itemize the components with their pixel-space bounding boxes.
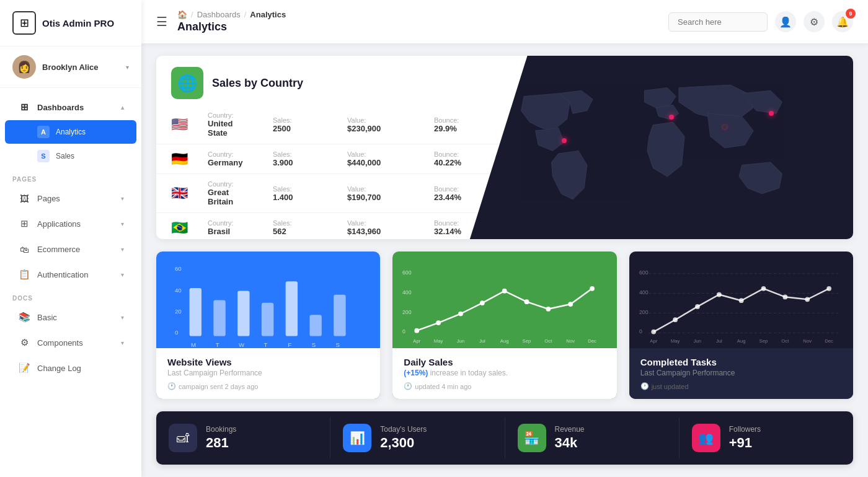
chevron-down-icon: ▾ <box>121 221 124 227</box>
menu-toggle-button[interactable]: ☰ <box>156 14 167 29</box>
avatar: 👩 <box>12 55 36 79</box>
chart-top: 600 400 200 0 <box>629 252 853 348</box>
app-name: Otis Admin PRO <box>42 18 114 28</box>
website-views-card: 60 40 20 0 <box>156 252 380 399</box>
sidebar-item-dashboards[interactable]: ⊞ Dashboards ▴ <box>5 95 136 120</box>
chart-subtitle: (+15%) increase in today sales. <box>404 369 605 377</box>
svg-point-26 <box>502 289 507 294</box>
svg-text:Dec: Dec <box>588 338 597 344</box>
sidebar-item-applications[interactable]: ⊞ Applications ▾ <box>5 211 136 236</box>
sidebar-item-ecommerce[interactable]: 🛍 Ecommerce ▾ <box>5 237 136 261</box>
user-profile-button[interactable]: 👤 <box>775 11 796 32</box>
bounce-value: 40.22% <box>434 158 495 167</box>
sidebar-item-label: Pages <box>37 194 121 203</box>
sidebar-item-basic[interactable]: 📚 Basic ▾ <box>5 305 136 330</box>
svg-point-25 <box>480 300 485 305</box>
svg-text:Nov: Nov <box>803 338 812 344</box>
sidebar-item-label: Basic <box>37 313 121 322</box>
sidebar-item-analytics[interactable]: A Analytics <box>5 120 136 144</box>
chart-title: Daily Sales <box>404 357 605 367</box>
world-map <box>470 56 853 239</box>
svg-point-55 <box>805 297 810 302</box>
logo-icon: ⊞ <box>12 11 36 35</box>
value-value: $440,000 <box>347 158 414 167</box>
svg-text:Apr: Apr <box>650 338 657 344</box>
notifications-button[interactable]: 🔔 9 <box>832 11 853 32</box>
svg-text:0: 0 <box>402 328 405 335</box>
bounce-value: 29.9% <box>434 124 495 133</box>
sales-label: Sales: <box>273 116 327 124</box>
breadcrumb-home[interactable]: 🏠 <box>177 10 187 19</box>
svg-text:May: May <box>670 338 680 344</box>
svg-text:Aug: Aug <box>500 338 509 344</box>
sidebar-item-label: Ecommerce <box>37 245 121 254</box>
chevron-down-icon: ▾ <box>121 195 124 202</box>
svg-point-56 <box>826 286 831 291</box>
sales-value: 2500 <box>273 124 327 133</box>
svg-text:Sep: Sep <box>523 338 531 344</box>
svg-text:20: 20 <box>175 308 182 315</box>
daily-sales-card: 600 400 200 0 <box>392 252 616 399</box>
chart-meta: 🕐 just updated <box>640 382 842 390</box>
svg-text:600: 600 <box>402 269 412 276</box>
svg-text:S: S <box>312 341 316 348</box>
svg-rect-5 <box>213 300 225 336</box>
svg-point-49 <box>673 317 678 322</box>
chevron-down-icon: ▾ <box>121 271 124 278</box>
value-value: $190,700 <box>347 193 414 202</box>
sidebar-item-label: Authentication <box>37 270 121 279</box>
value-label: Value: <box>347 185 414 193</box>
value-label: Value: <box>347 151 414 158</box>
flag-icon: 🇺🇸 <box>171 116 188 132</box>
chart-meta-text: campaign sent 2 days ago <box>179 383 258 390</box>
sales-letter: S <box>37 150 50 162</box>
sidebar-item-label: Analytics <box>56 128 124 136</box>
bounce-label: Bounce: <box>434 151 495 158</box>
chart-info: Daily Sales (+15%) increase in today sal… <box>392 348 616 399</box>
sidebar-item-label: Applications <box>37 219 121 229</box>
settings-button[interactable]: ⚙ <box>804 11 825 32</box>
svg-rect-6 <box>237 291 249 336</box>
sidebar-user[interactable]: 👩 Brooklyn Alice ▾ <box>0 46 141 88</box>
country-label: Country: <box>208 219 253 227</box>
auth-icon: 📋 <box>17 268 31 281</box>
sidebar-item-authentication[interactable]: 📋 Authentication ▾ <box>5 262 136 287</box>
svg-text:200: 200 <box>639 309 649 315</box>
stat-value: +91 <box>729 435 761 451</box>
svg-text:200: 200 <box>402 309 412 315</box>
svg-text:Oct: Oct <box>781 338 789 344</box>
flag-icon: 🇩🇪 <box>171 151 188 167</box>
svg-text:40: 40 <box>175 287 182 294</box>
svg-text:T: T <box>264 341 267 348</box>
value-value: $143,960 <box>347 227 414 236</box>
stat-value: 281 <box>206 435 236 451</box>
page-title: Analytics <box>177 20 668 33</box>
daily-sales-chart: 600 400 200 0 <box>402 261 606 348</box>
svg-point-53 <box>761 286 766 291</box>
search-input[interactable] <box>668 12 768 32</box>
stat-label: Today's Users <box>380 425 427 434</box>
sidebar-item-changelog[interactable]: 📝 Change Log <box>5 356 136 380</box>
svg-point-50 <box>695 304 700 309</box>
svg-text:0: 0 <box>175 329 179 336</box>
svg-text:Jul: Jul <box>716 338 722 344</box>
breadcrumb-current: Analytics <box>250 10 286 19</box>
breadcrumb-dashboards[interactable]: Dashboards <box>197 10 241 19</box>
chart-title: Website Views <box>167 357 369 367</box>
flag-icon: 🇬🇧 <box>171 185 188 201</box>
country-label: Country: <box>208 180 253 188</box>
sidebar-item-label: Components <box>37 338 121 348</box>
sidebar-item-components[interactable]: ⚙ Components ▾ <box>5 330 136 355</box>
svg-point-29 <box>569 302 574 307</box>
svg-text:F: F <box>288 341 291 348</box>
sales-value: 3.900 <box>273 158 327 167</box>
stat-info: Bookings 281 <box>206 425 236 451</box>
chart-title: Completed Tasks <box>640 357 842 367</box>
svg-text:60: 60 <box>175 265 182 272</box>
sidebar-item-sales[interactable]: S Sales <box>5 144 136 168</box>
svg-text:Jun: Jun <box>693 338 701 344</box>
stats-bar: 🛋 Bookings 281 📊 Today's Users 2,300 🏪 R… <box>156 411 853 465</box>
country-value: Great Britain <box>208 188 253 206</box>
sidebar-item-pages[interactable]: 🖼 Pages ▾ <box>5 186 136 211</box>
chart-subtitle: Last Campaign Performance <box>640 369 842 377</box>
